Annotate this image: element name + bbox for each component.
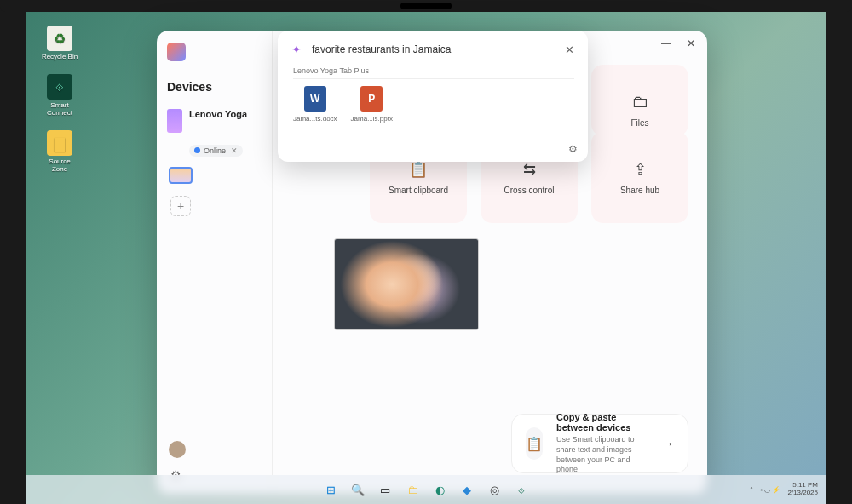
close-icon[interactable]: ✕ [231,146,238,155]
device-wallpaper-thumb[interactable] [169,167,193,184]
desktop-icon-label: Source Zone [41,158,78,173]
sidebar-title: Devices [167,80,262,94]
online-dot-icon [194,147,200,153]
search-panel: ✦ ✕ Lenovo Yoga Tab Plus W Jama...ts.doc… [278,31,588,162]
share-icon: ⇪ [634,160,647,179]
app-logo-icon [167,43,186,61]
search-result-file[interactable]: P Jama...ls.pptx [351,86,393,123]
tile-files[interactable]: 🗀 Files [591,65,688,136]
wallpaper-image [335,239,478,329]
copilot-icon: ✦ [291,43,305,56]
search-settings-button[interactable]: ⚙ [568,143,578,155]
search-button[interactable]: 🔍 [348,479,368,500]
cross-control-icon: ⇆ [523,160,536,179]
user-avatar[interactable] [169,441,186,458]
recycle-icon: ♻ [47,26,72,51]
tile-label: Smart clipboard [389,186,448,195]
explorer-button[interactable]: 🗀 [402,479,423,500]
word-file-icon: W [304,86,326,112]
smart-connect-icon: ⟐ [47,74,72,100]
tile-label: Cross control [504,186,555,195]
minimize-button[interactable]: — [661,37,671,49]
status-label: Online [204,146,226,155]
file-name: Jama...ts.docx [293,115,337,123]
tile-label: Share hub [620,186,659,195]
desktop-icon-label: Smart Connect [41,101,78,117]
start-button[interactable]: ⊞ [320,479,341,500]
taskbar-center: ⊞ 🔍 ▭ 🗀 ◐ ◆ ◎ ⟐ [320,479,532,500]
tip-title: Copy & paste between devices [556,412,648,432]
tip-arrow-button[interactable]: → [662,437,674,450]
search-section-header: Lenovo Yoga Tab Plus [293,66,574,79]
device-thumb-icon [167,109,182,133]
sidebar: Devices Lenovo Yoga Online ✕ + ⚙ [157,31,273,494]
tray-chevron-icon[interactable]: ˄ [750,486,753,494]
edge-button[interactable]: ◐ [429,479,450,500]
file-name: Jama...ls.pptx [351,115,393,123]
clipboard-icon: 📋 [526,427,543,460]
text-cursor [469,43,469,56]
device-entry[interactable]: Lenovo Yoga [167,109,262,133]
device-status: Online ✕ [189,141,262,157]
add-device-button[interactable]: + [170,196,191,216]
status-pill[interactable]: Online ✕ [189,145,243,157]
device-screen-preview[interactable] [334,238,479,330]
app-button[interactable]: ◆ [457,479,477,500]
window-controls: — ✕ [661,37,695,49]
search-input[interactable] [312,43,558,55]
taskbar-clock[interactable]: 5:11 PM 2/13/2025 [787,482,818,497]
close-icon[interactable]: ✕ [565,43,574,56]
desktop-icon-smart-connect[interactable]: ⟐ Smart Connect [41,74,78,117]
desktop-icon-label: Recycle Bin [42,53,78,60]
close-button[interactable]: ✕ [687,37,695,49]
powerpoint-file-icon: P [360,86,383,112]
tip-body: Use Smart clipboard to share text and im… [556,435,648,475]
clipboard-icon: 📋 [409,160,428,179]
search-result-file[interactable]: W Jama...ts.docx [293,86,337,123]
desktop-icons: ♻ Recycle Bin ⟐ Smart Connect ▇ Source Z… [41,26,78,173]
wifi-icon[interactable]: ◦ ◡ ⚡ [760,486,780,494]
folder-icon: 🗀 [631,92,648,112]
taskbar: ⊞ 🔍 ▭ 🗀 ◐ ◆ ◎ ⟐ ˄ ◦ ◡ ⚡ 5:11 PM 2/13/202… [26,475,826,504]
clock-date: 2/13/2025 [787,490,818,497]
tile-share-hub[interactable]: ⇪ Share hub [591,131,688,223]
app-button[interactable]: ◎ [484,479,504,500]
task-view-button[interactable]: ▭ [375,479,395,500]
desktop-icon-recycle-bin[interactable]: ♻ Recycle Bin [41,26,78,60]
taskbar-tray: ˄ ◦ ◡ ⚡ 5:11 PM 2/13/2025 [750,482,818,497]
folder-icon: ▇ [47,130,72,156]
tile-label: Files [630,118,648,128]
desktop-icon-folder[interactable]: ▇ Source Zone [41,130,78,173]
tip-card: 📋 Copy & paste between devices Use Smart… [511,414,688,473]
app-button[interactable]: ⟐ [511,479,532,500]
device-name: Lenovo Yoga [189,109,247,119]
